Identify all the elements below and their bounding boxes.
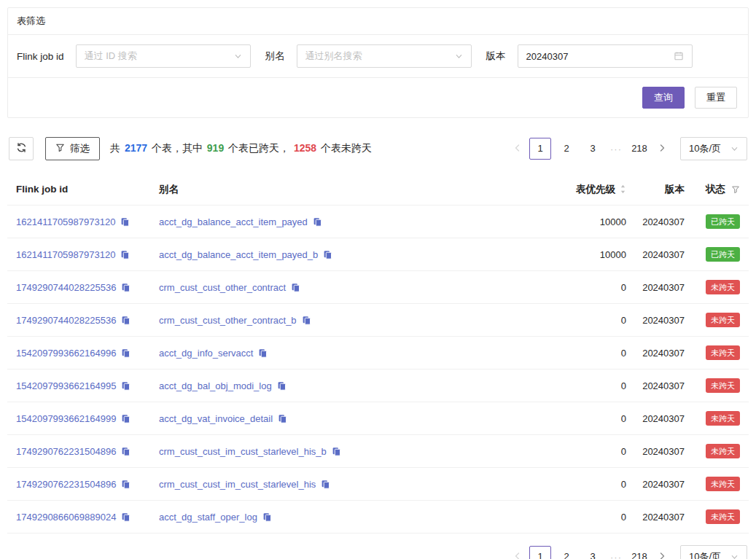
next-page-button[interactable] bbox=[652, 546, 671, 559]
copy-icon[interactable] bbox=[262, 512, 272, 522]
sort-icon[interactable] bbox=[620, 184, 626, 195]
job-id-link[interactable]: 1621411705987973120 bbox=[16, 249, 115, 260]
pagination-ellipsis[interactable]: ··· bbox=[606, 144, 626, 155]
page-button-3[interactable]: 3 bbox=[582, 546, 604, 559]
table-row: 1621411705987973120 acct_dg_balance_acct… bbox=[7, 206, 749, 238]
prev-page-button[interactable] bbox=[508, 546, 527, 559]
copy-icon[interactable] bbox=[313, 217, 322, 227]
job-id-link[interactable]: 1749290762231504896 bbox=[16, 479, 116, 490]
copy-icon[interactable] bbox=[121, 381, 130, 391]
job-id-link[interactable]: 1621411705987973120 bbox=[16, 216, 115, 227]
job-id-link[interactable]: 1749290744028225536 bbox=[16, 315, 116, 326]
page-button-1[interactable]: 1 bbox=[529, 546, 551, 559]
summary-suffix: 个表未跨天 bbox=[318, 142, 372, 154]
copy-icon[interactable] bbox=[121, 348, 130, 358]
page-button-2[interactable]: 2 bbox=[556, 138, 577, 160]
filter-icon[interactable] bbox=[731, 185, 740, 194]
copy-icon[interactable] bbox=[291, 283, 300, 292]
header-priority[interactable]: 表优先级 bbox=[524, 183, 626, 196]
alias-link[interactable]: crm_cust_cust_other_contract bbox=[159, 282, 286, 293]
page-size-select[interactable]: 10条/页 bbox=[680, 545, 747, 559]
page-size-select[interactable]: 10条/页 bbox=[680, 137, 747, 160]
page-button-218[interactable]: 218 bbox=[628, 138, 650, 160]
priority-value: 0 bbox=[524, 282, 626, 293]
status-badge: 已跨天 bbox=[706, 214, 740, 228]
status-badge: 未跨天 bbox=[706, 477, 740, 490]
job-id-select[interactable]: 通过 ID 搜索 bbox=[76, 44, 251, 68]
header-status-label: 状态 bbox=[706, 183, 725, 196]
summary-mid2: 个表已跨天， bbox=[225, 142, 292, 154]
status-badge: 已跨天 bbox=[706, 247, 740, 261]
copy-icon[interactable] bbox=[121, 447, 130, 456]
copy-icon[interactable] bbox=[121, 283, 130, 292]
copy-icon[interactable] bbox=[121, 480, 130, 489]
alias-cell: crm_cust_cust_other_contract_b bbox=[159, 315, 524, 326]
status-badge: 未跨天 bbox=[706, 313, 740, 327]
page-button-2[interactable]: 2 bbox=[556, 546, 577, 559]
page-button-1[interactable]: 1 bbox=[529, 138, 551, 160]
copy-icon[interactable] bbox=[121, 414, 130, 423]
job-id-link[interactable]: 1542097993662164996 bbox=[16, 348, 116, 359]
alias-link[interactable]: acct_dg_staff_oper_log bbox=[159, 512, 257, 523]
job-id-link[interactable]: 1542097993662164995 bbox=[16, 380, 116, 391]
copy-icon[interactable] bbox=[321, 480, 330, 489]
filter-panel-title: 表筛选 bbox=[17, 15, 45, 26]
copy-icon[interactable] bbox=[121, 316, 130, 325]
copy-icon[interactable] bbox=[278, 414, 287, 423]
copy-icon[interactable] bbox=[120, 217, 130, 227]
copy-icon[interactable] bbox=[323, 250, 332, 259]
alias-link[interactable]: crm_cust_cust_other_contract_b bbox=[159, 315, 297, 326]
status-cell: 未跨天 bbox=[685, 345, 740, 359]
copy-icon[interactable] bbox=[277, 381, 287, 391]
page-button-3[interactable]: 3 bbox=[582, 138, 604, 160]
prev-page-button[interactable] bbox=[508, 138, 527, 160]
pagination-ellipsis[interactable]: ··· bbox=[606, 552, 626, 559]
alias-select[interactable]: 通过别名搜索 bbox=[297, 44, 472, 68]
table-row: 1542097993662164999 acct_dg_vat_invoice_… bbox=[7, 402, 749, 435]
alias-cell: acct_dg_balance_acct_item_payed_b bbox=[159, 249, 524, 260]
alias-link[interactable]: acct_dg_vat_invoice_detail bbox=[159, 413, 273, 424]
summary-text: 共 2177 个表，其中 919 个表已跨天， 1258 个表未跨天 bbox=[110, 142, 372, 155]
next-page-button[interactable] bbox=[652, 138, 671, 160]
status-cell: 未跨天 bbox=[685, 509, 740, 523]
alias-link[interactable]: crm_cust_cust_im_cust_starlevel_his bbox=[159, 479, 316, 490]
chevron-down-icon bbox=[455, 52, 463, 60]
status-cell: 已跨天 bbox=[685, 214, 740, 228]
job-id-link[interactable]: 1542097993662164999 bbox=[16, 413, 116, 424]
status-badge: 未跨天 bbox=[706, 280, 740, 294]
alias-cell: crm_cust_cust_other_contract bbox=[159, 282, 524, 293]
job-id-cell: 1749290744028225536 bbox=[16, 315, 159, 326]
priority-value: 0 bbox=[524, 348, 626, 359]
copy-icon[interactable] bbox=[302, 316, 311, 325]
alias-link[interactable]: acct_dg_balance_acct_item_payed_b bbox=[159, 249, 318, 260]
copy-icon[interactable] bbox=[121, 512, 130, 522]
header-priority-label: 表优先级 bbox=[576, 183, 615, 196]
version-label: 版本 bbox=[486, 50, 506, 63]
job-id-link[interactable]: 1749290744028225536 bbox=[16, 282, 116, 293]
copy-icon[interactable] bbox=[120, 250, 130, 259]
table-row: 1749290762231504896 crm_cust_cust_im_cus… bbox=[7, 435, 749, 468]
status-cell: 未跨天 bbox=[685, 477, 740, 490]
copy-icon[interactable] bbox=[332, 447, 341, 456]
status-badge: 未跨天 bbox=[706, 444, 740, 458]
toolbar-right: 123···218 10条/页 bbox=[508, 137, 747, 160]
reset-button[interactable]: 重置 bbox=[695, 87, 737, 109]
page-button-218[interactable]: 218 bbox=[628, 546, 650, 559]
version-value: 20240307 bbox=[626, 315, 685, 326]
job-id-link[interactable]: 1749290762231504896 bbox=[16, 446, 116, 457]
query-button[interactable]: 查询 bbox=[642, 87, 685, 109]
header-version: 版本 bbox=[626, 183, 685, 196]
version-date-input[interactable]: 20240307 bbox=[518, 44, 693, 68]
alias-link[interactable]: acct_dg_bal_obj_modi_log bbox=[159, 380, 272, 391]
alias-link[interactable]: acct_dg_balance_acct_item_payed bbox=[159, 216, 308, 227]
refresh-button[interactable] bbox=[9, 137, 34, 160]
job-id-link[interactable]: 1749290866069889024 bbox=[16, 512, 116, 523]
job-id-cell: 1749290744028225536 bbox=[16, 282, 159, 293]
alias-link[interactable]: acct_dg_info_servacct bbox=[159, 348, 253, 359]
priority-value: 10000 bbox=[524, 249, 626, 260]
alias-link[interactable]: crm_cust_cust_im_cust_starlevel_his_b bbox=[159, 446, 327, 457]
version-value: 20240307 bbox=[626, 380, 685, 391]
chevron-down-icon bbox=[234, 52, 242, 60]
filter-toggle-button[interactable]: 筛选 bbox=[45, 137, 100, 160]
copy-icon[interactable] bbox=[258, 348, 268, 358]
